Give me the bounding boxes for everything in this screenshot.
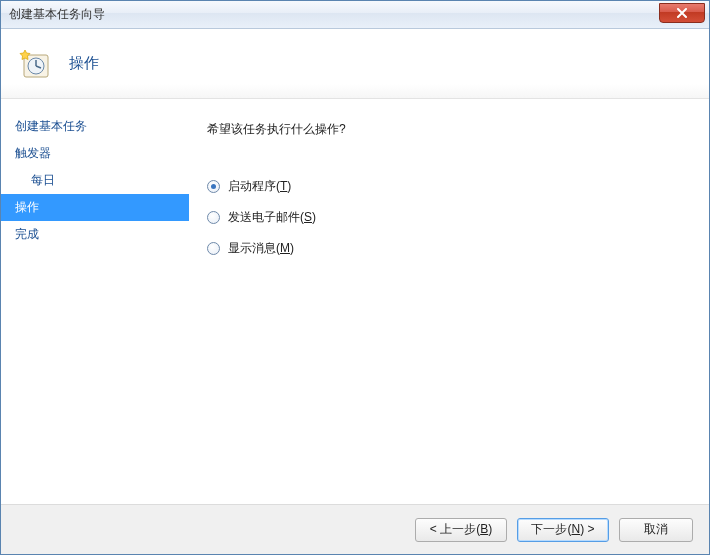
radio-icon (207, 180, 220, 193)
option-label: 发送电子邮件(S) (228, 209, 316, 226)
option-display-message[interactable]: 显示消息(M) (207, 240, 685, 257)
content-area: 操作 创建基本任务 触发器 每日 操作 完成 希望该任务执行什么操作? 启动程序… (1, 29, 709, 554)
sidebar-item-create-basic-task[interactable]: 创建基本任务 (1, 113, 189, 140)
back-button[interactable]: < 上一步(B) (415, 518, 507, 542)
option-label: 启动程序(T) (228, 178, 291, 195)
window-title: 创建基本任务向导 (9, 6, 105, 23)
page-title: 操作 (69, 54, 99, 73)
wizard-window: 创建基本任务向导 操作 创建基本任务 触发器 (0, 0, 710, 555)
footer: < 上一步(B) 下一步(N) > 取消 (1, 504, 709, 554)
main-panel: 希望该任务执行什么操作? 启动程序(T) 发送电子邮件(S) 显示消息(M) (189, 99, 709, 504)
wizard-sidebar: 创建基本任务 触发器 每日 操作 完成 (1, 99, 189, 504)
radio-icon (207, 211, 220, 224)
sidebar-item-daily[interactable]: 每日 (1, 167, 189, 194)
radio-icon (207, 242, 220, 255)
body-split: 创建基本任务 触发器 每日 操作 完成 希望该任务执行什么操作? 启动程序(T)… (1, 99, 709, 504)
prompt-text: 希望该任务执行什么操作? (207, 121, 685, 138)
header-band: 操作 (1, 29, 709, 99)
sidebar-item-action[interactable]: 操作 (1, 194, 189, 221)
close-icon (676, 8, 688, 19)
clock-star-icon (19, 48, 51, 80)
option-label: 显示消息(M) (228, 240, 294, 257)
next-button[interactable]: 下一步(N) > (517, 518, 609, 542)
close-button[interactable] (659, 3, 705, 23)
cancel-button[interactable]: 取消 (619, 518, 693, 542)
option-send-email[interactable]: 发送电子邮件(S) (207, 209, 685, 226)
sidebar-item-finish[interactable]: 完成 (1, 221, 189, 248)
option-start-program[interactable]: 启动程序(T) (207, 178, 685, 195)
sidebar-item-trigger[interactable]: 触发器 (1, 140, 189, 167)
titlebar: 创建基本任务向导 (1, 1, 709, 29)
